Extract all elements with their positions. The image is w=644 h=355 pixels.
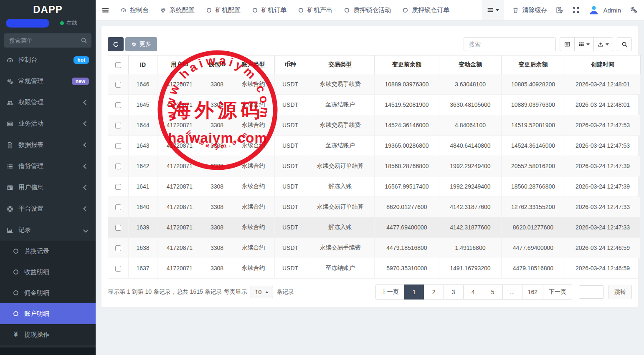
- sidebar-subitem-兑换记录[interactable]: 兑换记录: [0, 241, 96, 262]
- row-checkbox[interactable]: [115, 225, 121, 231]
- search-button[interactable]: [617, 37, 632, 51]
- file-icon: [7, 142, 13, 149]
- columns-icon: [578, 41, 584, 47]
- page-jump-input[interactable]: [579, 285, 604, 299]
- sidebar-item-常规管理[interactable]: 常规管理new: [0, 70, 96, 92]
- table-cell: 1642: [129, 156, 157, 176]
- pagination: 显示第 1 到第 10 条记录，总共 1615 条记录 每页显示 10 条记录 …: [108, 285, 632, 300]
- table-cell: 3630.48105600: [439, 95, 502, 115]
- user-menu[interactable]: Admin: [588, 5, 621, 15]
- bullseye-icon: [7, 206, 13, 212]
- topnav: 控制台系统配置矿机配置矿机订单矿机产出质押锁仓活动质押锁仓订单 清除缓存 Adm…: [96, 0, 644, 20]
- online-label: 在线: [66, 19, 77, 27]
- topnav-item-质押锁仓订单[interactable]: 质押锁仓订单: [402, 6, 449, 14]
- table-cell: 8620.01277600: [375, 197, 439, 217]
- table-cell: 5970.35310000: [375, 258, 439, 279]
- page-1[interactable]: 1: [404, 285, 424, 300]
- chevron-left-icon: [83, 206, 89, 211]
- more-button[interactable]: 更多: [125, 37, 157, 51]
- sidebar-item-控制台[interactable]: 控制台hot: [0, 49, 96, 70]
- table-row: 1638417208713308永续合约USDT永续交易手续费4479.1851…: [108, 238, 641, 258]
- sidebar-subitem-账户明细[interactable]: 账户明细: [0, 303, 96, 324]
- table-cell: 1992.29249400: [439, 156, 502, 176]
- detail-view-button[interactable]: [560, 37, 575, 51]
- caret-down-icon: [586, 43, 590, 47]
- topnav-item-矿机配置[interactable]: 矿机配置: [206, 6, 241, 14]
- row-checkbox[interactable]: [115, 143, 121, 149]
- language-icon[interactable]: [556, 6, 563, 14]
- table-cell: USDT: [275, 156, 306, 176]
- table-cell: 41720871: [157, 95, 202, 115]
- table-search-input[interactable]: [464, 37, 556, 51]
- settings-icon[interactable]: [630, 6, 637, 14]
- topnav-item-控制台[interactable]: 控制台: [120, 6, 149, 14]
- row-checkbox[interactable]: [115, 245, 121, 251]
- clear-cache-button[interactable]: 清除缓存: [512, 6, 547, 14]
- sidebar-user: 在线: [0, 18, 96, 28]
- badge-hot: hot: [74, 56, 89, 64]
- page-5[interactable]: 5: [483, 285, 503, 300]
- page-buttons: 上一页12345...162下一页: [375, 285, 572, 300]
- detail-view-icon: [564, 41, 570, 47]
- chevron-down-icon: [83, 227, 89, 233]
- row-checkbox[interactable]: [115, 266, 121, 272]
- topnav-item-矿机产出[interactable]: 矿机产出: [298, 6, 332, 14]
- row-checkbox[interactable]: [115, 204, 121, 210]
- row-checkbox[interactable]: [115, 102, 121, 108]
- page-2[interactable]: 2: [424, 285, 444, 300]
- sidebar-item-用户信息[interactable]: 用户信息: [0, 177, 96, 198]
- select-all-checkbox[interactable]: [115, 62, 121, 68]
- row-checkbox[interactable]: [115, 82, 121, 88]
- table-cell: 10889.03976300: [502, 95, 565, 115]
- page-4[interactable]: 4: [463, 285, 483, 300]
- topnav-item-label: 矿机产出: [307, 6, 332, 14]
- online-status: 在线: [60, 19, 77, 27]
- table-cell: 2026-03-24 12:47:39: [565, 156, 641, 176]
- nav-list-dropdown[interactable]: [482, 0, 504, 20]
- export-button[interactable]: [593, 37, 613, 51]
- sidebar-toggle-icon[interactable]: [101, 6, 109, 14]
- page-prev[interactable]: 上一页: [375, 285, 405, 300]
- row-checkbox[interactable]: [115, 123, 121, 128]
- refresh-button[interactable]: [108, 37, 124, 51]
- topnav-item-质押锁仓活动[interactable]: 质押锁仓活动: [344, 6, 391, 14]
- table-cell: 至冻结账户: [306, 136, 375, 156]
- row-checkbox[interactable]: [115, 164, 121, 169]
- row-checkbox[interactable]: [115, 184, 121, 190]
- sidebar-item-记录[interactable]: 记录: [0, 219, 96, 241]
- sidebar-item-权限管理[interactable]: 权限管理: [0, 92, 96, 113]
- menu-search-input[interactable]: [4, 33, 91, 48]
- table-cell: 4479.18516800: [375, 238, 439, 258]
- sidebar-item-借贷管理[interactable]: 借贷管理: [0, 156, 96, 177]
- page-162[interactable]: 162: [522, 285, 543, 300]
- table-cell: 1643: [129, 136, 157, 156]
- table-cell: 1641: [129, 176, 157, 197]
- chevron-left-icon: [83, 100, 89, 105]
- columns-button[interactable]: [574, 37, 594, 51]
- table-cell: 永续合约: [232, 95, 275, 115]
- topnav-item-系统配置[interactable]: 系统配置: [160, 6, 195, 14]
- table-cell: USDT: [275, 95, 306, 115]
- sidebar-item-业务活动[interactable]: 业务活动: [0, 113, 96, 134]
- table-cell: 10885.40928200: [502, 74, 565, 95]
- sidebar-item-数据报表[interactable]: 数据报表: [0, 134, 96, 156]
- table-cell: 3308: [202, 156, 232, 176]
- page-next[interactable]: 下一页: [543, 285, 572, 300]
- page-3[interactable]: 3: [444, 285, 464, 300]
- sidebar-subitem-收益明细[interactable]: 收益明细: [0, 262, 96, 282]
- jump-button[interactable]: 跳转: [609, 285, 632, 299]
- sidebar-item-平台设置[interactable]: 平台设置: [0, 198, 96, 219]
- fullscreen-icon[interactable]: [572, 6, 580, 14]
- table-cell: 14524.36146000: [375, 115, 439, 136]
- table-cell: 解冻入账: [306, 176, 375, 197]
- topnav-item-矿机订单[interactable]: 矿机订单: [252, 6, 287, 14]
- page-size-select[interactable]: 10: [251, 286, 274, 298]
- circle-icon: [206, 7, 212, 13]
- table-view-buttons: [560, 37, 613, 51]
- table-cell: 解冻入账: [306, 217, 375, 238]
- row-select-cell: [108, 95, 129, 115]
- sidebar-subitem-佣金明细[interactable]: 佣金明细: [0, 282, 96, 303]
- table-cell: USDT: [275, 115, 306, 136]
- table-cell: 4477.69400000: [375, 217, 439, 238]
- sidebar-subitem-提现操作[interactable]: ¥提现操作: [0, 324, 96, 345]
